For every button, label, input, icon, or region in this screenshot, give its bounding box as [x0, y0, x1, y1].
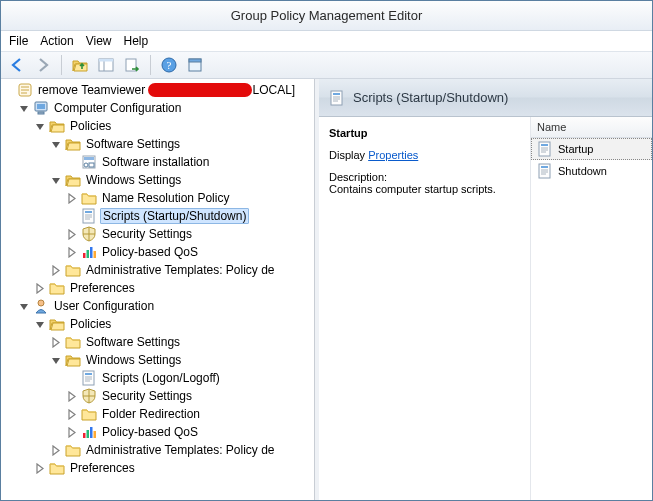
- expander-icon[interactable]: [35, 463, 46, 474]
- script-icon: [537, 141, 553, 157]
- expander-icon[interactable]: [51, 139, 62, 150]
- up-button[interactable]: [68, 54, 92, 76]
- script-icon: [537, 163, 553, 179]
- tree-software-settings-computer[interactable]: Software Settings: [51, 135, 314, 153]
- expander-icon[interactable]: [67, 427, 78, 438]
- list-item-label: Shutdown: [558, 165, 607, 177]
- expander-icon[interactable]: [67, 229, 78, 240]
- script-icon: [329, 90, 345, 106]
- user-icon: [33, 298, 49, 314]
- folder-icon: [65, 334, 81, 350]
- expander-icon[interactable]: [51, 337, 62, 348]
- tree-scripts-startup-shutdown[interactable]: Scripts (Startup/Shutdown): [67, 207, 314, 225]
- tree-name-resolution-policy[interactable]: Name Resolution Policy: [67, 189, 314, 207]
- export-list-button[interactable]: [120, 54, 144, 76]
- tree-policies-user[interactable]: Policies: [35, 315, 314, 333]
- computer-icon: [33, 100, 49, 116]
- folder-icon: [81, 406, 97, 422]
- expander-icon[interactable]: [67, 247, 78, 258]
- expander-icon[interactable]: [51, 445, 62, 456]
- tree-admin-templates-computer[interactable]: Administrative Templates: Policy de: [51, 261, 314, 279]
- expander-icon[interactable]: [67, 391, 78, 402]
- tree-policies-computer[interactable]: Policies: [35, 117, 314, 135]
- root-label: remove Teamviewer LOCAL]: [36, 83, 297, 98]
- help-button[interactable]: [157, 54, 181, 76]
- expander-icon[interactable]: [35, 121, 46, 132]
- script-icon: [81, 208, 97, 224]
- shield-icon: [81, 388, 97, 404]
- tree-scripts-logon-logoff[interactable]: Scripts (Logon/Logoff): [67, 369, 314, 387]
- forward-icon: [35, 57, 51, 73]
- tree-folder-redirection[interactable]: Folder Redirection: [67, 405, 314, 423]
- body: remove Teamviewer LOCAL] Computer Config…: [1, 79, 652, 500]
- folder-open-icon: [65, 136, 81, 152]
- folder-icon: [49, 460, 65, 476]
- expander-icon[interactable]: [51, 265, 62, 276]
- props-icon: [187, 57, 203, 73]
- expander-icon[interactable]: [35, 319, 46, 330]
- window-title: Group Policy Management Editor: [231, 8, 422, 23]
- expander-icon[interactable]: [67, 193, 78, 204]
- expander-icon[interactable]: [35, 283, 46, 294]
- menu-help[interactable]: Help: [124, 34, 149, 48]
- scroll-icon: [17, 82, 33, 98]
- gpme-window: Group Policy Management Editor File Acti…: [0, 0, 653, 501]
- back-icon: [9, 57, 25, 73]
- selected-item-name: Startup: [329, 127, 522, 139]
- description-text: Contains computer startup scripts.: [329, 183, 522, 195]
- folder-open-icon: [65, 172, 81, 188]
- properties-link[interactable]: Properties: [368, 149, 418, 161]
- tree-policy-qos-computer[interactable]: Policy-based QoS: [67, 243, 314, 261]
- tree-root[interactable]: remove Teamviewer LOCAL]: [3, 81, 314, 99]
- package-icon: [81, 154, 97, 170]
- expander-icon[interactable]: [19, 301, 30, 312]
- show-hide-tree-button[interactable]: [94, 54, 118, 76]
- toolbar-separator: [150, 55, 151, 75]
- tree-security-settings-user[interactable]: Security Settings: [67, 387, 314, 405]
- description-label: Description:: [329, 171, 522, 183]
- folder-icon: [49, 280, 65, 296]
- menu-file[interactable]: File: [9, 34, 28, 48]
- column-header-name[interactable]: Name: [531, 117, 652, 138]
- expander-icon[interactable]: [19, 103, 30, 114]
- qos-icon: [81, 424, 97, 440]
- qos-icon: [81, 244, 97, 260]
- detail-list: Name Startup Shutdown: [530, 117, 652, 500]
- tree-user-configuration[interactable]: User Configuration: [19, 297, 314, 315]
- folder-open-icon: [65, 352, 81, 368]
- tree-preferences-user[interactable]: Preferences: [35, 459, 314, 477]
- shield-icon: [81, 226, 97, 242]
- tree-computer-configuration[interactable]: Computer Configuration: [19, 99, 314, 117]
- list-item-shutdown[interactable]: Shutdown: [531, 160, 652, 182]
- help-icon: [161, 57, 177, 73]
- redacted-area: [148, 83, 252, 97]
- expander-icon[interactable]: [51, 355, 62, 366]
- tree-admin-templates-user[interactable]: Administrative Templates: Policy de: [51, 441, 314, 459]
- forward-button[interactable]: [31, 54, 55, 76]
- tree-windows-settings-user[interactable]: Windows Settings: [51, 351, 314, 369]
- panes-icon: [98, 57, 114, 73]
- expander-icon[interactable]: [67, 409, 78, 420]
- detail-header: Scripts (Startup/Shutdown): [319, 79, 652, 117]
- toolbar: [1, 51, 652, 79]
- menubar: File Action View Help: [1, 31, 652, 51]
- tree-windows-settings-computer[interactable]: Windows Settings: [51, 171, 314, 189]
- menu-action[interactable]: Action: [40, 34, 73, 48]
- tree-preferences-computer[interactable]: Preferences: [35, 279, 314, 297]
- export-icon: [124, 57, 140, 73]
- list-item-startup[interactable]: Startup: [531, 138, 652, 160]
- detail-title: Scripts (Startup/Shutdown): [353, 90, 508, 105]
- properties-button[interactable]: [183, 54, 207, 76]
- display-label: Display: [329, 149, 365, 161]
- tree-policy-qos-user[interactable]: Policy-based QoS: [67, 423, 314, 441]
- detail-description-area: Startup Display Properties Description: …: [319, 117, 530, 500]
- tree-software-installation[interactable]: Software installation: [67, 153, 314, 171]
- back-button[interactable]: [5, 54, 29, 76]
- tree-software-settings-user[interactable]: Software Settings: [51, 333, 314, 351]
- tree-security-settings-computer[interactable]: Security Settings: [67, 225, 314, 243]
- menu-view[interactable]: View: [86, 34, 112, 48]
- expander-icon[interactable]: [51, 175, 62, 186]
- toolbar-separator: [61, 55, 62, 75]
- titlebar: Group Policy Management Editor: [1, 1, 652, 31]
- script-icon: [81, 370, 97, 386]
